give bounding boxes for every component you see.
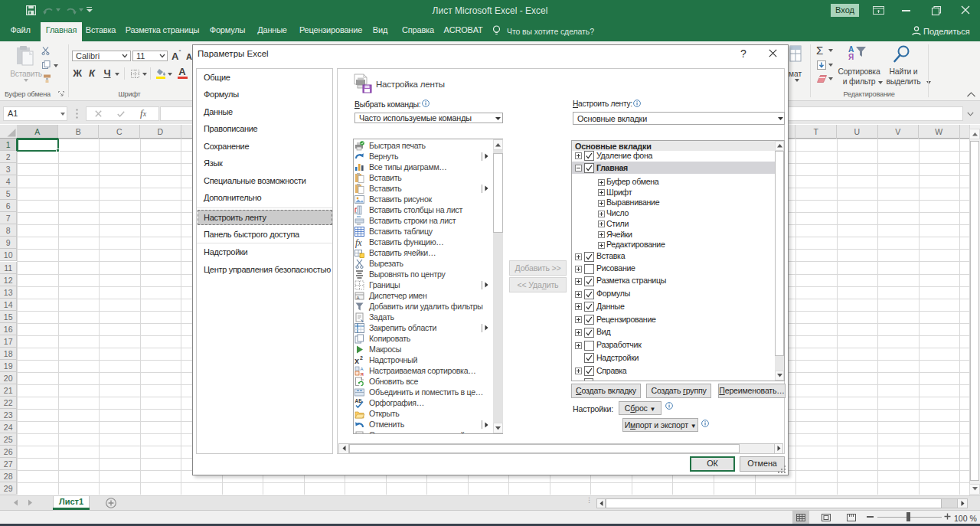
svg-text:Я: Я [848, 53, 854, 61]
